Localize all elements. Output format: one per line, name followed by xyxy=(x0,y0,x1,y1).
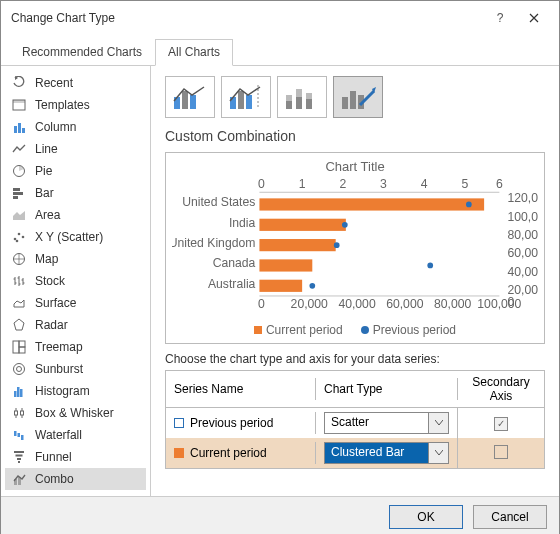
svg-rect-66 xyxy=(259,239,335,251)
tab-recommended[interactable]: Recommended Charts xyxy=(9,39,155,66)
tab-all-charts[interactable]: All Charts xyxy=(155,39,233,66)
dialog-footer: OK Cancel xyxy=(1,496,559,534)
svg-point-17 xyxy=(14,364,25,375)
svg-text:120,000: 120,000 xyxy=(507,191,538,205)
sidebar-item-radar[interactable]: Radar xyxy=(5,314,146,336)
area-icon xyxy=(11,207,27,223)
sidebar-item-stock[interactable]: Stock xyxy=(5,270,146,292)
svg-rect-23 xyxy=(21,411,24,415)
sidebar-item-waterfall[interactable]: Waterfall xyxy=(5,424,146,446)
col-header-axis: Secondary Axis xyxy=(458,371,544,407)
sunburst-icon xyxy=(11,361,27,377)
svg-rect-65 xyxy=(259,219,345,231)
sidebar-item-boxwhisker[interactable]: Box & Whisker xyxy=(5,402,146,424)
svg-text:Australia: Australia xyxy=(208,277,256,291)
svg-text:5: 5 xyxy=(461,177,468,191)
chart-type-sidebar: Recent Templates Column Line Pie Bar Are… xyxy=(1,66,151,496)
surface-icon xyxy=(11,295,27,311)
svg-rect-41 xyxy=(342,97,348,109)
sidebar-item-histogram[interactable]: Histogram xyxy=(5,380,146,402)
radar-icon xyxy=(11,317,27,333)
svg-rect-64 xyxy=(259,198,484,210)
chevron-down-icon xyxy=(428,413,448,433)
svg-rect-30 xyxy=(182,91,188,109)
recent-icon xyxy=(11,75,27,91)
help-button[interactable]: ? xyxy=(483,7,517,29)
svg-rect-14 xyxy=(13,341,19,353)
sidebar-item-pie[interactable]: Pie xyxy=(5,160,146,182)
combo-subtype-1[interactable] xyxy=(165,76,215,118)
secondary-axis-checkbox-previous[interactable]: ✓ xyxy=(494,417,508,431)
svg-text:Canada: Canada xyxy=(213,256,256,270)
svg-point-11 xyxy=(22,236,25,239)
svg-point-18 xyxy=(17,367,22,372)
chevron-down-icon xyxy=(428,443,448,463)
sidebar-item-scatter[interactable]: X Y (Scatter) xyxy=(5,226,146,248)
sidebar-item-label: Column xyxy=(35,120,76,134)
sidebar-item-area[interactable]: Area xyxy=(5,204,146,226)
sidebar-item-templates[interactable]: Templates xyxy=(5,94,146,116)
sidebar-item-line[interactable]: Line xyxy=(5,138,146,160)
sidebar-item-sunburst[interactable]: Sunburst xyxy=(5,358,146,380)
subtitle: Custom Combination xyxy=(165,128,545,144)
chart-type-dropdown-current[interactable]: Clustered Bar xyxy=(324,442,449,464)
svg-text:India: India xyxy=(229,216,256,230)
svg-rect-26 xyxy=(21,435,24,440)
stock-icon xyxy=(11,273,27,289)
series-swatch xyxy=(174,448,184,458)
sidebar-item-treemap[interactable]: Treemap xyxy=(5,336,146,358)
svg-text:0: 0 xyxy=(258,177,265,191)
sidebar-item-column[interactable]: Column xyxy=(5,116,146,138)
sidebar-item-recent[interactable]: Recent xyxy=(5,72,146,94)
combo-subtype-3[interactable] xyxy=(277,76,327,118)
svg-rect-8 xyxy=(13,196,18,199)
svg-text:100,000: 100,000 xyxy=(507,210,538,224)
ok-button[interactable]: OK xyxy=(389,505,463,529)
sidebar-item-funnel[interactable]: Funnel xyxy=(5,446,146,468)
svg-rect-31 xyxy=(190,95,196,109)
sidebar-item-label: Combo xyxy=(35,472,74,486)
line-icon xyxy=(11,141,27,157)
combo-subtype-custom[interactable] xyxy=(333,76,383,118)
svg-text:0: 0 xyxy=(258,297,265,311)
sidebar-item-label: Area xyxy=(35,208,60,222)
combo-icon xyxy=(11,471,27,487)
svg-text:40,000: 40,000 xyxy=(507,265,538,279)
sidebar-item-map[interactable]: Map xyxy=(5,248,146,270)
series-row-current[interactable]: Current period Clustered Bar xyxy=(166,438,544,468)
sidebar-item-combo[interactable]: Combo xyxy=(5,468,146,490)
chart-type-dropdown-previous[interactable]: Scatter xyxy=(324,412,449,434)
box-whisker-icon xyxy=(11,405,27,421)
svg-text:80,000: 80,000 xyxy=(507,228,538,242)
secondary-axis-checkbox-current[interactable] xyxy=(494,445,508,459)
chart-preview: Chart Title 012 3456 120,000100,00080,00… xyxy=(165,152,545,344)
sidebar-item-label: Waterfall xyxy=(35,428,82,442)
svg-rect-42 xyxy=(350,91,356,109)
col-header-name: Series Name xyxy=(166,378,316,400)
sidebar-item-surface[interactable]: Surface xyxy=(5,292,146,314)
content: Recent Templates Column Line Pie Bar Are… xyxy=(1,66,559,496)
col-header-type: Chart Type xyxy=(316,378,458,400)
titlebar: Change Chart Type ? xyxy=(1,1,559,33)
close-button[interactable] xyxy=(517,7,551,29)
instruction-label: Choose the chart type and axis for your … xyxy=(165,352,545,366)
sidebar-item-bar[interactable]: Bar xyxy=(5,182,146,204)
combo-subtype-2[interactable] xyxy=(221,76,271,118)
svg-rect-25 xyxy=(18,433,21,437)
sidebar-item-label: Stock xyxy=(35,274,65,288)
svg-point-10 xyxy=(18,233,21,236)
sidebar-item-label: Box & Whisker xyxy=(35,406,114,420)
svg-rect-34 xyxy=(246,95,252,109)
svg-text:6: 6 xyxy=(496,177,503,191)
cancel-button[interactable]: Cancel xyxy=(473,505,547,529)
series-row-previous[interactable]: Previous period Scatter ✓ xyxy=(166,408,544,438)
svg-rect-20 xyxy=(17,387,20,397)
sidebar-item-label: Recent xyxy=(35,76,73,90)
svg-text:100,000: 100,000 xyxy=(477,297,521,311)
svg-text:2: 2 xyxy=(339,177,346,191)
sidebar-item-label: Surface xyxy=(35,296,76,310)
svg-point-70 xyxy=(342,222,348,228)
legend-previous: Previous period xyxy=(361,323,456,337)
scatter-icon xyxy=(11,229,27,245)
svg-point-73 xyxy=(309,283,315,289)
